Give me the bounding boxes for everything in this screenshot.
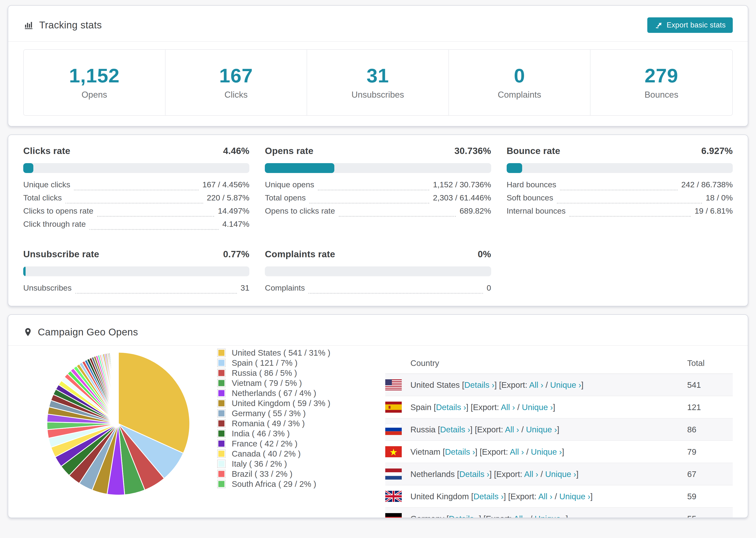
- geo-details-link[interactable]: Details ›: [459, 469, 489, 479]
- dotted-leader: [75, 293, 237, 294]
- map-pin-icon: [23, 327, 33, 337]
- stat-label-complaints: Complaints: [449, 90, 590, 100]
- geo-export-all-link[interactable]: All ›: [538, 492, 553, 501]
- tracking-stats-header: Tracking stats Export basic stats: [8, 6, 748, 42]
- legend-swatch: [217, 459, 226, 468]
- rate-row-complaints: Complaints0: [265, 283, 491, 296]
- rate-head-complaints-rate: Complaints rate0%: [265, 249, 491, 259]
- geo-row-spain: Spain [Details ›] [Export: All › / Uniqu…: [385, 396, 733, 418]
- rate-block-bounce-rate: Bounce rate6.927%Hard bounces242 / 86.73…: [507, 146, 733, 233]
- rate-row-label: Click through rate: [23, 219, 86, 229]
- rate-value: 0%: [478, 249, 491, 259]
- geo-export-all-link[interactable]: All ›: [501, 403, 515, 412]
- geo-row-united-states: United States [Details ›] [Export: All ›…: [385, 374, 733, 396]
- legend-item-romania[interactable]: Romania ( 49 / 3% ): [217, 418, 364, 428]
- legend-swatch: [217, 359, 226, 367]
- flag-icon-vn: [385, 446, 402, 457]
- export-icon: [654, 21, 663, 29]
- geo-export-unique-link[interactable]: Unique ›: [545, 469, 576, 479]
- legend-label: Spain ( 121 / 7% ): [232, 358, 297, 368]
- geo-row-united-kingdom: United Kingdom [Details ›] [Export: All …: [385, 485, 733, 508]
- geo-export-all-link[interactable]: All ›: [514, 514, 528, 518]
- rate-row-label: Complaints: [265, 283, 305, 293]
- geo-export-unique-link[interactable]: Unique ›: [535, 514, 566, 518]
- geo-total-cell: 121: [687, 403, 731, 412]
- export-basic-stats-label: Export basic stats: [667, 21, 726, 29]
- stat-opens: 1,152Opens: [24, 50, 166, 115]
- geo-export-unique-link[interactable]: Unique ›: [526, 425, 557, 434]
- geo-total-cell: 86: [687, 425, 731, 434]
- geo-details-link[interactable]: Details ›: [449, 514, 479, 518]
- legend-swatch: [217, 450, 226, 458]
- stat-label-bounces: Bounces: [590, 90, 732, 100]
- geo-details-link[interactable]: Details ›: [464, 380, 495, 389]
- legend-swatch: [217, 480, 226, 488]
- rate-head-unsubscribe-rate: Unsubscribe rate0.77%: [23, 249, 249, 259]
- geo-country-cell: Spain [Details ›] [Export: All › / Uniqu…: [410, 403, 687, 412]
- rate-row-label: Internal bounces: [507, 206, 566, 215]
- geo-export-prefix: Export:: [486, 514, 512, 518]
- geo-export-all-link[interactable]: All ›: [529, 380, 543, 389]
- legend-label: Germany ( 55 / 3% ): [232, 409, 306, 418]
- geo-export-unique-link[interactable]: Unique ›: [550, 380, 581, 389]
- export-basic-stats-button[interactable]: Export basic stats: [647, 17, 733, 33]
- rate-block-unsubscribe-rate: Unsubscribe rate0.77%Unsubscribes31: [23, 249, 249, 296]
- rate-row-label: Unique clicks: [23, 180, 70, 189]
- geo-details-link[interactable]: Details ›: [473, 492, 504, 501]
- legend-item-india[interactable]: India ( 46 / 3% ): [217, 428, 364, 439]
- stat-value-clicks: 167: [166, 64, 307, 87]
- legend-item-france[interactable]: France ( 42 / 2% ): [217, 439, 364, 449]
- dotted-leader: [557, 203, 702, 203]
- legend-item-russia[interactable]: Russia ( 86 / 5% ): [217, 368, 364, 378]
- geo-country-name: Netherlands: [410, 469, 455, 479]
- geo-header-country: Country: [385, 358, 687, 368]
- legend-item-italy[interactable]: Italy ( 36 / 2% ): [217, 459, 364, 469]
- legend-item-germany[interactable]: Germany ( 55 / 3% ): [217, 408, 364, 418]
- rate-row-value: 2,303 / 61.446%: [433, 193, 491, 202]
- rate-rows: Hard bounces242 / 86.738%Soft bounces18 …: [507, 180, 733, 219]
- geo-export-unique-link[interactable]: Unique ›: [559, 492, 590, 501]
- rate-rows: Unsubscribes31: [23, 283, 249, 296]
- legend-label: Netherlands ( 67 / 4% ): [232, 389, 316, 398]
- rate-row-total-opens: Total opens2,303 / 61.446%: [265, 193, 491, 206]
- rate-row-label: Hard bounces: [507, 180, 557, 189]
- stat-complaints: 0Complaints: [449, 50, 591, 115]
- geo-export-unique-link[interactable]: Unique ›: [531, 447, 562, 456]
- legend-label: Romania ( 49 / 3% ): [232, 419, 305, 428]
- rate-row-label: Total clicks: [23, 193, 62, 202]
- rate-row-internal-bounces: Internal bounces19 / 6.81%: [507, 206, 733, 219]
- flag-icon-de: [385, 513, 402, 518]
- geo-export-unique-link[interactable]: Unique ›: [522, 403, 553, 412]
- rate-row-unique-clicks: Unique clicks167 / 4.456%: [23, 180, 249, 193]
- geo-country-name: Germany: [410, 514, 444, 518]
- legend-item-united-states[interactable]: United States ( 541 / 31% ): [217, 348, 364, 358]
- rate-rows: Unique clicks167 / 4.456%Total clicks220…: [23, 180, 249, 233]
- dotted-leader: [309, 203, 429, 203]
- legend-item-vietnam[interactable]: Vietnam ( 79 / 5% ): [217, 378, 364, 388]
- flag-icon-es: [385, 402, 402, 413]
- geo-details-link[interactable]: Details ›: [440, 425, 470, 434]
- rate-row-label: Clicks to opens rate: [23, 206, 93, 215]
- bar-chart-icon: [23, 20, 34, 30]
- rate-row-click-through-rate: Click through rate4.147%: [23, 219, 249, 233]
- legend-item-brazil[interactable]: Brazil ( 33 / 2% ): [217, 469, 364, 479]
- dotted-leader: [74, 190, 199, 190]
- legend-item-spain[interactable]: Spain ( 121 / 7% ): [217, 358, 364, 368]
- legend-label: Russia ( 86 / 5% ): [232, 368, 297, 378]
- geo-details-link[interactable]: Details ›: [436, 403, 466, 412]
- legend-swatch: [217, 389, 226, 398]
- pie-slice-other[interactable]: [118, 352, 118, 424]
- geo-details-link[interactable]: Details ›: [445, 447, 475, 456]
- geo-export-all-link[interactable]: All ›: [510, 447, 524, 456]
- geo-export-all-link[interactable]: All ›: [524, 469, 538, 479]
- legend-item-canada[interactable]: Canada ( 40 / 2% ): [217, 449, 364, 459]
- legend-item-united-kingdom[interactable]: United Kingdom ( 59 / 3% ): [217, 398, 364, 408]
- legend-item-south-africa[interactable]: South Africa ( 29 / 2% ): [217, 479, 364, 489]
- geo-country-name: Russia: [410, 425, 436, 434]
- flag-icon-us: [385, 379, 402, 390]
- legend-item-netherlands[interactable]: Netherlands ( 67 / 4% ): [217, 388, 364, 398]
- geo-export-prefix: Export:: [496, 469, 522, 479]
- geo-export-all-link[interactable]: All ›: [505, 425, 519, 434]
- legend-label: Italy ( 36 / 2% ): [232, 459, 287, 468]
- tracking-stats-title-text: Tracking stats: [39, 20, 102, 31]
